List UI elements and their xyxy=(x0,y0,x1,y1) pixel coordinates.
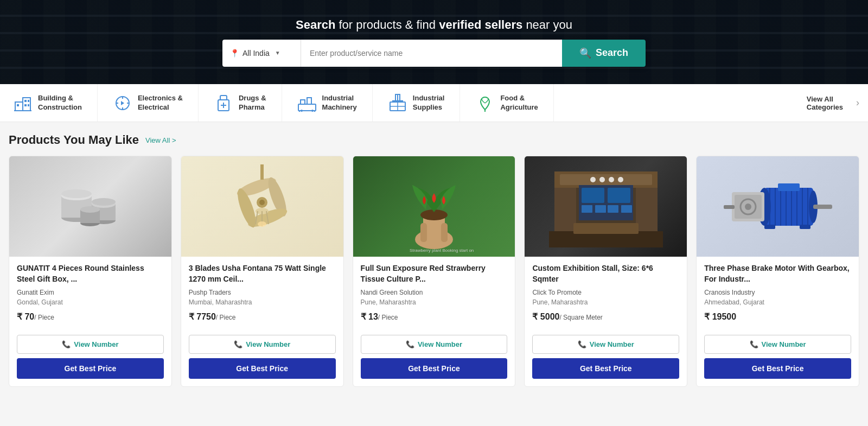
svg-rect-94 xyxy=(800,225,810,229)
svg-rect-65 xyxy=(582,205,592,213)
product-info-2: 3 Blades Usha Fontana 75 Watt Single 127… xyxy=(181,257,343,335)
svg-rect-4 xyxy=(28,100,29,102)
category-item-building[interactable]: Building &Construction xyxy=(9,84,98,122)
svg-rect-25 xyxy=(398,94,400,101)
svg-rect-19 xyxy=(307,98,311,104)
svg-rect-87 xyxy=(778,183,800,191)
pharma-label: Drugs &Pharma xyxy=(239,94,266,112)
product-card-5: Three Phase Brake Motor With Gearbox, Fo… xyxy=(696,156,859,387)
svg-rect-5 xyxy=(24,104,27,106)
svg-rect-6 xyxy=(28,104,29,106)
section-header: Products You May Like View All > xyxy=(9,133,859,147)
product-card-4: Custom Exhibition Stall, Size: 6*6 Sqmte… xyxy=(524,156,687,387)
pharma-icon xyxy=(214,93,233,113)
agriculture-icon xyxy=(475,93,495,113)
product-actions-2: 📞 View Number Get Best Price xyxy=(181,335,343,386)
svg-rect-18 xyxy=(301,100,305,104)
phone-icon-2: 📞 xyxy=(234,340,242,348)
product-price-1: ₹ 70/ Piece xyxy=(17,311,164,322)
category-item-agriculture[interactable]: Food &Agriculture xyxy=(460,84,553,122)
product-actions-1: 📞 View Number Get Best Price xyxy=(9,335,171,386)
product-name-4: Custom Exhibition Stall, Size: 6*6 Sqmte… xyxy=(532,263,679,284)
svg-rect-2 xyxy=(17,104,19,106)
product-card-3: Strawberry plant Booking start on Full S… xyxy=(353,156,516,387)
supplies-label: IndustrialSupplies xyxy=(413,94,445,112)
svg-rect-64 xyxy=(608,188,630,203)
product-price-5: ₹ 19500 xyxy=(704,311,851,322)
product-price-3: ₹ 13/ Piece xyxy=(361,311,508,322)
hero-search-word: Search xyxy=(296,18,335,31)
agriculture-label: Food &Agriculture xyxy=(500,94,538,112)
get-price-btn-2[interactable]: Get Best Price xyxy=(189,358,336,379)
svg-rect-54 xyxy=(441,223,448,242)
product-location-5: Ahmedabad, Gujarat xyxy=(704,298,851,306)
svg-rect-59 xyxy=(560,174,652,185)
view-number-btn-4[interactable]: 📞 View Number xyxy=(532,335,679,354)
hero-tagline: Search for products & find verified sell… xyxy=(296,18,572,32)
get-price-btn-5[interactable]: Get Best Price xyxy=(704,358,851,379)
svg-point-23 xyxy=(311,110,314,112)
get-price-btn-4[interactable]: Get Best Price xyxy=(532,358,679,379)
phone-icon-5: 📞 xyxy=(750,340,758,348)
product-card-2: 3 Blades Usha Fontana 75 Watt Single 127… xyxy=(181,156,344,387)
view-number-btn-5[interactable]: 📞 View Number xyxy=(704,335,851,354)
nav-right-arrow[interactable]: › xyxy=(856,97,859,109)
product-image-1 xyxy=(9,156,171,257)
hero-verified-word: verified sellers xyxy=(439,18,522,31)
category-item-supplies[interactable]: IndustrialSupplies xyxy=(373,84,461,122)
svg-rect-60 xyxy=(554,188,576,231)
get-price-btn-3[interactable]: Get Best Price xyxy=(361,358,508,379)
product-location-4: Pune, Maharashtra xyxy=(532,298,679,306)
view-number-btn-3[interactable]: 📞 View Number xyxy=(361,335,508,354)
view-number-btn-1[interactable]: 📞 View Number xyxy=(17,335,164,354)
view-number-btn-2[interactable]: 📞 View Number xyxy=(189,335,336,354)
search-bar: 📍 All India ▼ 🔍 Search xyxy=(222,40,646,67)
electronics-icon xyxy=(113,93,132,113)
product-location-1: Gondal, Gujarat xyxy=(17,298,164,306)
search-button-label: Search xyxy=(596,47,628,59)
svg-point-70 xyxy=(599,177,605,182)
building-icon xyxy=(13,93,33,113)
category-item-machinery[interactable]: IndustrialMachinery xyxy=(282,84,373,122)
product-name-5: Three Phase Brake Motor With Gearbox, Fo… xyxy=(704,263,851,284)
svg-point-72 xyxy=(618,177,623,182)
search-button[interactable]: 🔍 Search xyxy=(562,40,646,67)
svg-rect-61 xyxy=(636,188,658,231)
svg-rect-63 xyxy=(582,188,604,203)
svg-point-34 xyxy=(61,189,92,198)
location-selector[interactable]: 📍 All India ▼ xyxy=(222,40,301,67)
search-icon: 🔍 xyxy=(579,47,591,59)
product-price-4: ₹ 5000/ Square Meter xyxy=(532,311,679,322)
product-info-4: Custom Exhibition Stall, Size: 6*6 Sqmte… xyxy=(525,257,687,335)
chevron-down-icon: ▼ xyxy=(275,50,280,56)
view-all-products-link[interactable]: View All > xyxy=(145,136,176,144)
product-seller-5: Cranosis Industry xyxy=(704,289,851,296)
product-seller-4: Click To Promote xyxy=(532,289,679,296)
svg-rect-78 xyxy=(813,205,832,209)
product-location-3: Pune, Maharashtra xyxy=(361,298,508,306)
location-value: All India xyxy=(242,49,270,58)
location-pin-icon: 📍 xyxy=(230,49,239,58)
machinery-icon xyxy=(297,93,317,113)
view-all-categories-btn[interactable]: View AllCategories xyxy=(798,95,852,111)
get-price-btn-1[interactable]: Get Best Price xyxy=(17,358,164,379)
svg-point-22 xyxy=(301,110,303,112)
phone-icon-3: 📞 xyxy=(406,340,414,348)
hero-section: Search for products & find verified sell… xyxy=(0,0,868,84)
product-image-2 xyxy=(181,156,343,257)
svg-point-71 xyxy=(609,177,614,182)
search-input[interactable] xyxy=(301,40,562,67)
product-image-4 xyxy=(525,156,687,257)
product-price-2: ₹ 7750/ Piece xyxy=(189,311,336,322)
category-item-electronics[interactable]: Electronics &Electrical xyxy=(98,84,199,122)
phone-icon-4: 📞 xyxy=(578,340,586,348)
svg-rect-67 xyxy=(608,205,618,213)
product-actions-5: 📞 View Number Get Best Price xyxy=(697,335,859,386)
svg-rect-93 xyxy=(764,225,775,229)
product-name-1: GUNATIT 4 Pieces Round Stainless Steel G… xyxy=(17,263,164,284)
category-item-pharma[interactable]: Drugs &Pharma xyxy=(199,84,282,122)
view-all-label: View AllCategories xyxy=(807,95,843,111)
product-seller-2: Pushp Traders xyxy=(189,289,336,296)
svg-point-91 xyxy=(745,204,751,210)
product-image-5 xyxy=(697,156,859,257)
